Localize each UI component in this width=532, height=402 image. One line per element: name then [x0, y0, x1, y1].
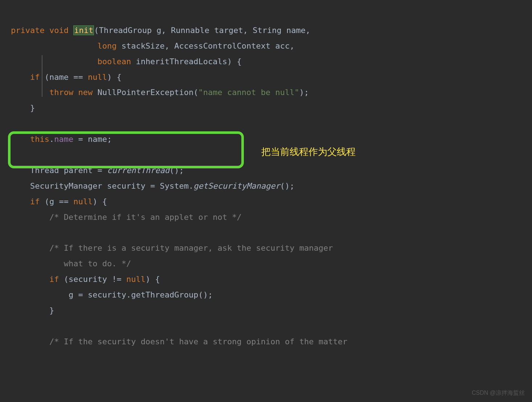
annotation-text: 把当前线程作为父线程 — [261, 143, 356, 161]
string-literal: "name cannot be null" — [199, 88, 299, 97]
code-text: = name; — [73, 135, 112, 144]
keyword-boolean: boolean — [97, 57, 131, 66]
brace: } — [49, 306, 54, 315]
static-method: getSecurityManager — [193, 181, 280, 190]
keyword-null: null — [73, 197, 93, 206]
brace: } — [30, 103, 35, 112]
code-line: Thread parent = currentThread(); — [11, 166, 184, 175]
watermark: CSDN @凉拌海蜇丝 — [472, 387, 525, 398]
code-line: } — [11, 103, 35, 112]
method-init: init — [73, 25, 94, 35]
field-name: name — [54, 135, 73, 144]
code-text: ) { — [93, 197, 107, 206]
code-text: ) { — [107, 73, 122, 82]
keyword-if: if — [49, 275, 59, 284]
dot: . — [49, 135, 54, 144]
code-editor[interactable]: private void init(ThreadGroup g, Runnabl… — [0, 7, 532, 350]
code-line: private void init(ThreadGroup g, Runnabl… — [11, 25, 310, 35]
code-line: /* If there is a security manager, ask t… — [11, 243, 333, 253]
code-line: } — [11, 306, 54, 315]
keyword-throw: throw — [49, 88, 73, 97]
code-line: g = security.getThreadGroup(); — [11, 290, 213, 299]
comment: /* Determine if it's an applet or not */ — [49, 213, 242, 222]
code-text: (g == — [40, 197, 73, 206]
code-line: if (security != null) { — [11, 275, 160, 284]
comment: /* If the security doesn't have a strong… — [49, 337, 347, 346]
empty-line — [11, 119, 16, 128]
code-line: if (g == null) { — [11, 197, 107, 206]
code-line: /* If the security doesn't have a strong… — [11, 337, 347, 346]
empty-line — [11, 228, 16, 237]
code-text: Thread parent = — [30, 166, 107, 175]
code-line: throw new NullPointerException("name can… — [11, 88, 309, 97]
code-text: (name == — [40, 73, 87, 82]
code-text: SecurityManager security = System. — [30, 181, 193, 190]
keyword-void: void — [49, 26, 69, 35]
code-text: g = security.getThreadGroup(); — [69, 290, 213, 299]
code-line: SecurityManager security = System.getSec… — [11, 181, 295, 190]
keyword-this: this — [30, 135, 49, 144]
keyword-private: private — [11, 26, 45, 35]
keyword-if: if — [30, 73, 40, 82]
code-text: (security != — [59, 275, 126, 284]
code-line: what to do. */ — [11, 259, 131, 268]
empty-line — [11, 321, 16, 331]
code-text: ) { — [146, 275, 160, 284]
code-line: /* Determine if it's an applet or not */ — [11, 213, 242, 222]
code-line: this.name = name; — [11, 135, 112, 144]
keyword-null: null — [88, 73, 107, 82]
signature-part: stackSize, AccessControlContext acc, — [116, 41, 294, 50]
keyword-null: null — [126, 275, 146, 284]
code-line: boolean inheritThreadLocals) { — [11, 57, 242, 66]
signature-part: inheritThreadLocals) { — [131, 57, 242, 66]
keyword-if: if — [30, 197, 40, 206]
signature-part: (ThreadGroup g, Runnable target, String … — [94, 26, 310, 35]
code-text: (); — [169, 166, 184, 175]
keyword-new: new — [78, 88, 93, 97]
empty-line — [11, 150, 16, 159]
comment: what to do. */ — [49, 259, 131, 268]
code-text: (); — [280, 181, 295, 190]
static-method: currentThread — [107, 166, 169, 175]
code-line: long stackSize, AccessControlContext acc… — [11, 41, 294, 50]
keyword-long: long — [97, 41, 116, 50]
comment: /* If there is a security manager, ask t… — [49, 243, 333, 253]
code-text: ); — [299, 88, 309, 97]
fold-gutter-line — [42, 55, 42, 97]
code-line: if (name == null) { — [11, 73, 122, 82]
code-text: NullPointerException( — [93, 88, 198, 97]
